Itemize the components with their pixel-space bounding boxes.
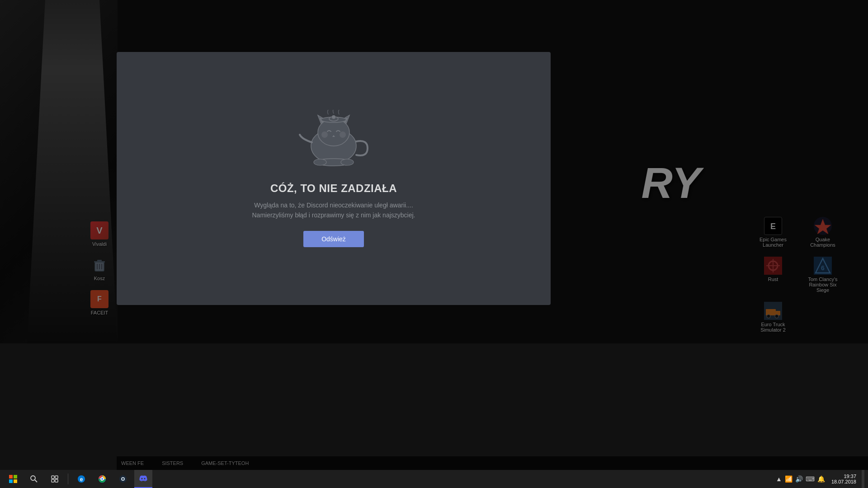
- discord-crash-modal: CÓŻ, TO NIE ZADZIAŁA Wygląda na to, że D…: [117, 52, 551, 305]
- svg-rect-40: [14, 479, 17, 483]
- svg-rect-43: [52, 476, 54, 479]
- taskbar-left: e: [4, 470, 152, 488]
- svg-text:e: e: [80, 476, 83, 483]
- bottom-info-strip: WEEN FE SISTERS GAME-SET-TYTEOH: [117, 456, 868, 470]
- volume-icon[interactable]: 🔊: [795, 475, 803, 483]
- svg-point-36: [341, 159, 354, 165]
- network-icon[interactable]: 📶: [785, 475, 793, 483]
- svg-rect-45: [52, 479, 54, 482]
- taskbar: e: [0, 470, 868, 488]
- taskbar-chrome-button[interactable]: [93, 470, 112, 488]
- crash-subtitle: Wygląda na to, że Discord nieoczekiwanie…: [252, 200, 415, 221]
- svg-point-29: [340, 131, 346, 138]
- system-time: 19:37: [844, 474, 856, 479]
- strip-text-2: SISTERS: [162, 460, 183, 466]
- taskbar-edge-button[interactable]: e: [72, 470, 91, 488]
- svg-rect-44: [55, 476, 58, 479]
- svg-rect-46: [55, 479, 58, 482]
- svg-point-33: [332, 115, 335, 119]
- svg-point-28: [321, 131, 328, 138]
- crash-subtitle-line1: Wygląda na to, że Discord nieoczekiwanie…: [252, 200, 415, 210]
- svg-point-41: [31, 476, 35, 480]
- refresh-button[interactable]: Odśwież: [303, 231, 364, 247]
- taskbar-search-button[interactable]: [24, 470, 43, 488]
- svg-point-35: [314, 159, 326, 165]
- crash-subtitle-line2: Namierzyliśmy błąd i rozprawimy się z ni…: [252, 210, 415, 220]
- system-clock[interactable]: 19:37 18.07.2018: [831, 474, 856, 484]
- desktop: RY V Vivaldi Kosz: [0, 0, 868, 488]
- strip-text-3: GAME-SET-TYTEOH: [201, 460, 249, 466]
- taskbar-separator-1: [68, 474, 68, 484]
- system-date: 18.07.2018: [831, 479, 856, 484]
- taskview-button[interactable]: [45, 470, 64, 488]
- notification-bell[interactable]: 🔔: [817, 475, 825, 483]
- strip-text-1: WEEN FE: [121, 460, 144, 466]
- notification-icons: ▲ 📶 🔊 ⌨ 🔔: [773, 475, 828, 483]
- taskbar-right: ▲ 📶 🔊 ⌨ 🔔 19:37 18.07.2018: [773, 470, 864, 488]
- svg-rect-37: [9, 475, 13, 479]
- svg-point-55: [122, 478, 124, 480]
- svg-rect-38: [14, 475, 17, 479]
- show-hidden-icon[interactable]: ▲: [776, 475, 782, 483]
- crash-title: CÓŻ, TO NIE ZADZIAŁA: [270, 182, 397, 195]
- svg-point-52: [101, 478, 103, 480]
- svg-rect-39: [9, 479, 13, 483]
- discord-mascot-illustration: [293, 110, 374, 169]
- show-desktop-button[interactable]: [862, 470, 864, 488]
- start-button[interactable]: [4, 470, 23, 488]
- taskbar-discord-button[interactable]: [134, 470, 152, 488]
- svg-line-42: [35, 480, 37, 482]
- taskbar-steam-button[interactable]: [113, 470, 132, 488]
- keyboard-icon[interactable]: ⌨: [806, 475, 815, 483]
